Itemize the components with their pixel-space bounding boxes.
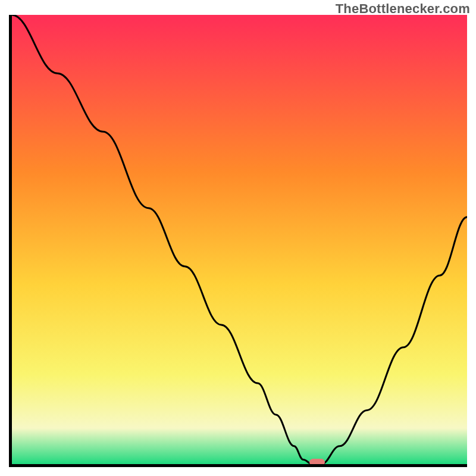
bottleneck-curve: [12, 15, 467, 464]
watermark-text: TheBottlenecker.com: [336, 1, 470, 17]
chart-container: TheBottlenecker.com: [0, 0, 476, 476]
plot-area: [9, 15, 467, 467]
optimal-point-marker: [309, 459, 325, 466]
